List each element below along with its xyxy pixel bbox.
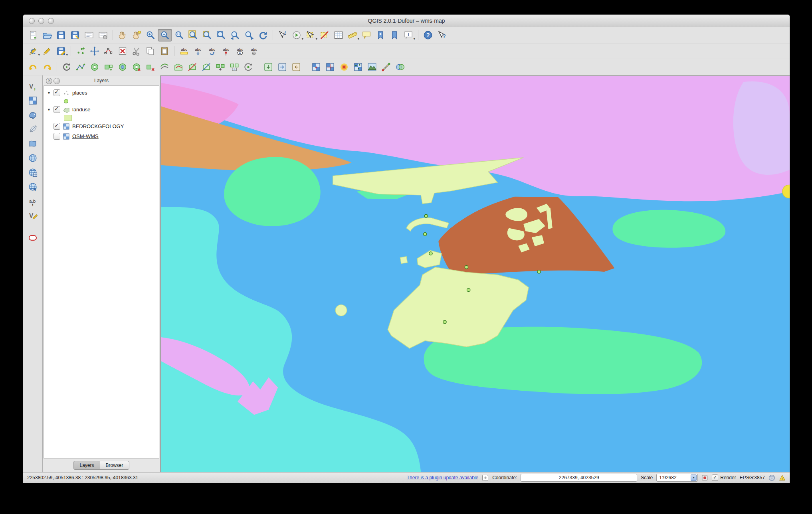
titlebar[interactable]: QGIS 2.0.1-Dufour – wms-map [23, 15, 790, 27]
delete-part-button[interactable] [144, 61, 157, 73]
tab-browser[interactable]: Browser [100, 461, 129, 470]
split-features-button[interactable] [186, 61, 199, 73]
labeling-button[interactable]: abc [177, 45, 191, 57]
node-tool-button[interactable] [102, 45, 115, 57]
zoom-out-button[interactable] [158, 29, 172, 42]
layer-checkbox-places[interactable] [53, 89, 60, 96]
zoom-full-button[interactable] [186, 29, 200, 41]
run-feature-action-button[interactable]: ▾ [290, 29, 303, 41]
tab-layers[interactable]: Layers [73, 461, 99, 470]
label-move-button[interactable]: abc [191, 45, 205, 57]
new-project-button[interactable] [26, 29, 40, 41]
text-annotation-button[interactable]: T▾ [402, 29, 415, 41]
delete-ring-button[interactable] [130, 61, 143, 73]
new-bookmark-button[interactable] [374, 29, 387, 41]
combo-arrow-icon[interactable]: ▾ [691, 474, 697, 481]
current-edits-button[interactable]: ▾ [26, 45, 40, 57]
fill-ring-button[interactable] [116, 61, 129, 73]
dropdown-caret-icon[interactable]: ▾ [38, 53, 40, 57]
dropdown-caret-icon[interactable]: ▾ [357, 37, 359, 41]
add-vector-layer-button[interactable]: V, [26, 80, 40, 92]
open-attribute-table-button[interactable] [332, 29, 345, 41]
save-project-button[interactable] [54, 29, 68, 41]
layer-checkbox-osm-wms[interactable] [53, 133, 60, 140]
panel-float-button[interactable] [53, 78, 60, 84]
refresh-map-button[interactable] [256, 29, 270, 41]
heatmap-button[interactable] [337, 61, 351, 73]
layer-item-bedrockgeology[interactable]: BEDROCKGEOLOGY [44, 121, 159, 131]
select-features-button[interactable]: ▾ [304, 29, 317, 41]
add-oracle-layer-button[interactable] [26, 232, 40, 244]
minimize-window-button[interactable] [38, 18, 44, 24]
cut-features-button[interactable] [130, 45, 143, 57]
add-feature-button[interactable] [74, 45, 87, 57]
zoom-next-button[interactable] [242, 29, 256, 41]
expand-arrow-icon[interactable]: ▼ [47, 91, 51, 95]
layer-item-places[interactable]: ▼ places [44, 88, 159, 98]
whats-this-button[interactable]: ? [435, 29, 449, 41]
move-feature-button[interactable] [88, 45, 101, 57]
undo-button[interactable] [26, 61, 40, 73]
road-graph-button[interactable] [379, 61, 393, 73]
layer-item-landuse[interactable]: ▼ landuse [44, 105, 159, 115]
plugin-icon[interactable] [482, 474, 489, 481]
dropdown-caret-icon[interactable]: ▾ [413, 37, 415, 41]
reshape-features-button[interactable] [172, 61, 185, 73]
add-wfs-layer-button[interactable]: V [26, 181, 40, 193]
dropdown-caret-icon[interactable]: ▾ [315, 37, 317, 41]
dropdown-caret-icon[interactable]: ▾ [66, 53, 68, 57]
osm-download-button[interactable] [261, 61, 275, 73]
zoom-in-button[interactable] [144, 29, 157, 41]
composer-manager-button[interactable] [96, 29, 110, 41]
add-wms-layer-button[interactable] [26, 152, 40, 164]
add-postgis-layer-button[interactable] [26, 109, 40, 121]
zoom-to-layer-button[interactable] [214, 29, 228, 41]
add-delimited-text-layer-button[interactable]: a,b, [26, 195, 40, 207]
close-window-button[interactable] [29, 18, 35, 24]
merge-features-button[interactable] [214, 61, 227, 73]
paste-features-button[interactable] [158, 45, 171, 57]
copy-features-button[interactable] [144, 45, 157, 57]
label-show-hide-button[interactable]: abc [233, 45, 247, 57]
add-part-button[interactable] [102, 61, 115, 73]
toggle-editing-button[interactable] [40, 45, 54, 57]
georeferencer-button[interactable] [323, 61, 337, 73]
zoom-to-selection-button[interactable] [200, 29, 214, 41]
add-wcs-layer-button[interactable] [26, 166, 40, 178]
scale-combo[interactable]: 1:92682 ▾ [656, 474, 698, 482]
save-project-as-button[interactable] [68, 29, 82, 41]
redo-button[interactable] [40, 61, 54, 73]
render-checkbox[interactable]: ✓ Render [712, 474, 736, 481]
layer-checkbox-landuse[interactable] [53, 106, 60, 113]
delete-selected-button[interactable] [116, 45, 129, 57]
pan-map-button[interactable] [116, 29, 129, 41]
coordinate-input[interactable]: 2267339,-4023529 [521, 474, 637, 482]
terrain-analysis-button[interactable] [365, 61, 379, 73]
stop-render-icon[interactable] [701, 474, 708, 481]
pan-to-selection-button[interactable] [130, 29, 143, 41]
label-properties-button[interactable]: abc [247, 45, 261, 57]
add-ring-button[interactable] [88, 61, 101, 73]
interpolation-button[interactable] [351, 61, 365, 73]
add-mssql-layer-button[interactable] [26, 138, 40, 150]
crs-status-button[interactable] [768, 474, 775, 481]
osm-export-button[interactable] [289, 61, 303, 73]
split-parts-button[interactable] [200, 61, 213, 73]
dropdown-caret-icon[interactable]: ▾ [301, 37, 303, 41]
deselect-features-button[interactable] [318, 29, 331, 41]
add-spatialite-layer-button[interactable] [26, 123, 40, 135]
measure-button[interactable]: ▾ [346, 29, 359, 41]
zoom-window-button[interactable] [48, 18, 54, 24]
new-shapefile-layer-button[interactable]: V [26, 210, 40, 221]
simplify-feature-button[interactable] [74, 61, 87, 73]
panel-close-button[interactable]: ✕ [46, 78, 52, 84]
expand-arrow-icon[interactable]: ▼ [47, 108, 51, 112]
merge-attributes-button[interactable] [228, 61, 241, 73]
save-layer-edits-button[interactable]: ▾ [54, 45, 68, 57]
identify-features-button[interactable]: i [276, 29, 289, 41]
label-pin-button[interactable]: abc [219, 45, 233, 57]
render-checkbox-box[interactable]: ✓ [712, 474, 718, 481]
layer-checkbox-bedrockgeology[interactable] [53, 123, 60, 130]
spatial-query-button[interactable] [393, 61, 407, 73]
layer-item-osm-wms[interactable]: OSM-WMS [44, 131, 159, 141]
